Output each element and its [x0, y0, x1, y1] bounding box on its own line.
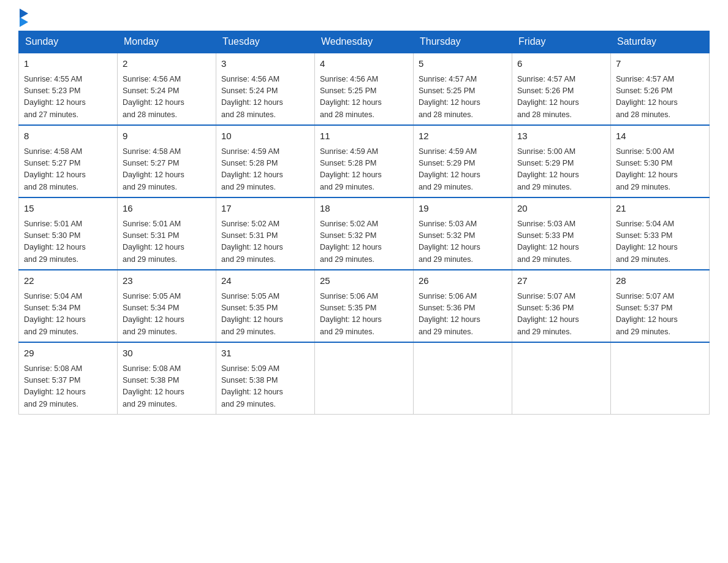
day-info: Sunrise: 5:01 AM Sunset: 5:30 PM Dayligh…	[24, 218, 112, 266]
calendar-cell: 29 Sunrise: 5:08 AM Sunset: 5:37 PM Dayl…	[19, 342, 118, 415]
calendar-cell: 28 Sunrise: 5:07 AM Sunset: 5:37 PM Dayl…	[611, 270, 710, 342]
day-number: 6	[517, 57, 605, 71]
logo-flag-icon	[20, 9, 28, 27]
calendar-cell: 15 Sunrise: 5:01 AM Sunset: 5:30 PM Dayl…	[19, 197, 118, 270]
page-header	[18, 12, 710, 25]
calendar-cell: 4 Sunrise: 4:56 AM Sunset: 5:25 PM Dayli…	[315, 53, 414, 125]
day-info: Sunrise: 5:03 AM Sunset: 5:33 PM Dayligh…	[517, 218, 605, 266]
calendar-cell: 18 Sunrise: 5:02 AM Sunset: 5:32 PM Dayl…	[315, 197, 414, 270]
calendar-cell: 13 Sunrise: 5:00 AM Sunset: 5:29 PM Dayl…	[512, 125, 611, 197]
calendar-cell	[315, 342, 414, 415]
calendar-cell	[512, 342, 611, 415]
day-info: Sunrise: 5:01 AM Sunset: 5:31 PM Dayligh…	[123, 218, 211, 266]
day-info: Sunrise: 5:03 AM Sunset: 5:32 PM Dayligh…	[419, 218, 507, 266]
day-number: 30	[123, 347, 211, 361]
day-info: Sunrise: 5:02 AM Sunset: 5:32 PM Dayligh…	[320, 218, 408, 266]
day-number: 14	[616, 129, 704, 144]
day-number: 27	[517, 274, 605, 288]
week-row-4: 22 Sunrise: 5:04 AM Sunset: 5:34 PM Dayl…	[19, 270, 710, 342]
day-number: 26	[419, 274, 507, 288]
day-header-monday: Monday	[118, 31, 216, 53]
day-info: Sunrise: 5:02 AM Sunset: 5:31 PM Dayligh…	[221, 218, 309, 266]
day-number: 31	[221, 347, 309, 361]
calendar-cell: 11 Sunrise: 4:59 AM Sunset: 5:28 PM Dayl…	[315, 125, 414, 197]
day-info: Sunrise: 4:58 AM Sunset: 5:27 PM Dayligh…	[24, 146, 112, 194]
day-number: 7	[616, 57, 704, 71]
calendar-cell: 25 Sunrise: 5:06 AM Sunset: 5:35 PM Dayl…	[315, 270, 414, 342]
day-info: Sunrise: 4:56 AM Sunset: 5:24 PM Dayligh…	[221, 74, 309, 121]
week-row-2: 8 Sunrise: 4:58 AM Sunset: 5:27 PM Dayli…	[19, 125, 710, 197]
day-number: 18	[320, 202, 408, 216]
calendar-cell: 21 Sunrise: 5:04 AM Sunset: 5:33 PM Dayl…	[611, 197, 710, 270]
day-info: Sunrise: 5:06 AM Sunset: 5:36 PM Dayligh…	[419, 291, 507, 339]
calendar-cell: 20 Sunrise: 5:03 AM Sunset: 5:33 PM Dayl…	[512, 197, 611, 270]
day-info: Sunrise: 4:57 AM Sunset: 5:26 PM Dayligh…	[616, 74, 704, 121]
day-header-sunday: Sunday	[19, 31, 118, 53]
day-number: 28	[616, 274, 704, 288]
week-row-1: 1 Sunrise: 4:55 AM Sunset: 5:23 PM Dayli…	[19, 53, 710, 125]
calendar-cell: 27 Sunrise: 5:07 AM Sunset: 5:36 PM Dayl…	[512, 270, 611, 342]
day-number: 10	[221, 129, 309, 144]
day-info: Sunrise: 5:04 AM Sunset: 5:33 PM Dayligh…	[616, 218, 704, 266]
calendar-cell	[611, 342, 710, 415]
day-info: Sunrise: 5:07 AM Sunset: 5:36 PM Dayligh…	[517, 291, 605, 339]
calendar-cell: 9 Sunrise: 4:58 AM Sunset: 5:27 PM Dayli…	[118, 125, 216, 197]
day-number: 25	[320, 274, 408, 288]
day-info: Sunrise: 5:00 AM Sunset: 5:29 PM Dayligh…	[517, 146, 605, 194]
day-header-tuesday: Tuesday	[216, 31, 315, 53]
calendar-cell: 19 Sunrise: 5:03 AM Sunset: 5:32 PM Dayl…	[414, 197, 512, 270]
day-number: 21	[616, 202, 704, 216]
calendar-cell: 17 Sunrise: 5:02 AM Sunset: 5:31 PM Dayl…	[216, 197, 315, 270]
day-number: 29	[24, 347, 112, 361]
days-header-row: SundayMondayTuesdayWednesdayThursdayFrid…	[19, 31, 710, 53]
day-number: 11	[320, 129, 408, 144]
day-info: Sunrise: 4:56 AM Sunset: 5:24 PM Dayligh…	[123, 74, 211, 121]
logo	[18, 12, 28, 25]
day-info: Sunrise: 4:59 AM Sunset: 5:28 PM Dayligh…	[221, 146, 309, 194]
day-number: 1	[24, 57, 112, 71]
day-number: 12	[419, 129, 507, 144]
day-info: Sunrise: 5:00 AM Sunset: 5:30 PM Dayligh…	[616, 146, 704, 194]
calendar-cell: 7 Sunrise: 4:57 AM Sunset: 5:26 PM Dayli…	[611, 53, 710, 125]
day-info: Sunrise: 5:04 AM Sunset: 5:34 PM Dayligh…	[24, 291, 112, 339]
day-info: Sunrise: 4:58 AM Sunset: 5:27 PM Dayligh…	[123, 146, 211, 194]
calendar-cell: 31 Sunrise: 5:09 AM Sunset: 5:38 PM Dayl…	[216, 342, 315, 415]
day-number: 2	[123, 57, 211, 71]
day-info: Sunrise: 5:05 AM Sunset: 5:34 PM Dayligh…	[123, 291, 211, 339]
day-header-saturday: Saturday	[611, 31, 710, 53]
day-info: Sunrise: 5:06 AM Sunset: 5:35 PM Dayligh…	[320, 291, 408, 339]
calendar-cell: 5 Sunrise: 4:57 AM Sunset: 5:25 PM Dayli…	[414, 53, 512, 125]
day-header-friday: Friday	[512, 31, 611, 53]
day-number: 16	[123, 202, 211, 216]
day-info: Sunrise: 5:08 AM Sunset: 5:37 PM Dayligh…	[24, 363, 112, 411]
calendar-cell: 16 Sunrise: 5:01 AM Sunset: 5:31 PM Dayl…	[118, 197, 216, 270]
calendar-cell	[414, 342, 512, 415]
calendar-cell: 12 Sunrise: 4:59 AM Sunset: 5:29 PM Dayl…	[414, 125, 512, 197]
calendar-table: SundayMondayTuesdayWednesdayThursdayFrid…	[18, 31, 710, 415]
day-info: Sunrise: 5:09 AM Sunset: 5:38 PM Dayligh…	[221, 363, 309, 411]
day-number: 5	[419, 57, 507, 71]
week-row-3: 15 Sunrise: 5:01 AM Sunset: 5:30 PM Dayl…	[19, 197, 710, 270]
calendar-cell: 6 Sunrise: 4:57 AM Sunset: 5:26 PM Dayli…	[512, 53, 611, 125]
day-info: Sunrise: 4:56 AM Sunset: 5:25 PM Dayligh…	[320, 74, 408, 121]
day-header-thursday: Thursday	[414, 31, 512, 53]
calendar-cell: 24 Sunrise: 5:05 AM Sunset: 5:35 PM Dayl…	[216, 270, 315, 342]
day-header-wednesday: Wednesday	[315, 31, 414, 53]
day-number: 4	[320, 57, 408, 71]
day-number: 19	[419, 202, 507, 216]
calendar-cell: 30 Sunrise: 5:08 AM Sunset: 5:38 PM Dayl…	[118, 342, 216, 415]
calendar-cell: 14 Sunrise: 5:00 AM Sunset: 5:30 PM Dayl…	[611, 125, 710, 197]
day-info: Sunrise: 5:05 AM Sunset: 5:35 PM Dayligh…	[221, 291, 309, 339]
calendar-cell: 23 Sunrise: 5:05 AM Sunset: 5:34 PM Dayl…	[118, 270, 216, 342]
day-number: 22	[24, 274, 112, 288]
day-info: Sunrise: 4:55 AM Sunset: 5:23 PM Dayligh…	[24, 74, 112, 121]
calendar-cell: 22 Sunrise: 5:04 AM Sunset: 5:34 PM Dayl…	[19, 270, 118, 342]
day-info: Sunrise: 5:08 AM Sunset: 5:38 PM Dayligh…	[123, 363, 211, 411]
day-info: Sunrise: 4:59 AM Sunset: 5:29 PM Dayligh…	[419, 146, 507, 194]
day-info: Sunrise: 5:07 AM Sunset: 5:37 PM Dayligh…	[616, 291, 704, 339]
day-info: Sunrise: 4:59 AM Sunset: 5:28 PM Dayligh…	[320, 146, 408, 194]
day-info: Sunrise: 4:57 AM Sunset: 5:26 PM Dayligh…	[517, 74, 605, 121]
calendar-cell: 10 Sunrise: 4:59 AM Sunset: 5:28 PM Dayl…	[216, 125, 315, 197]
day-number: 15	[24, 202, 112, 216]
calendar-cell: 26 Sunrise: 5:06 AM Sunset: 5:36 PM Dayl…	[414, 270, 512, 342]
